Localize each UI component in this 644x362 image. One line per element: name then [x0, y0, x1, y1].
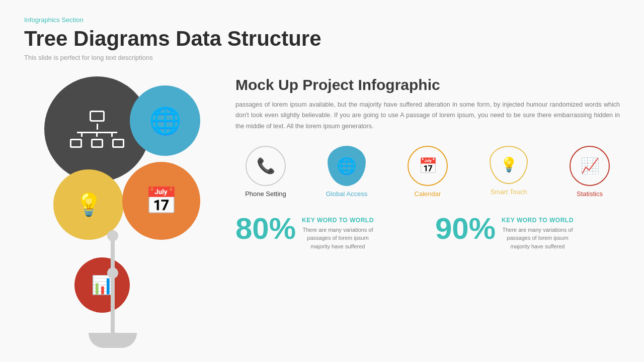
phone-label: Phone Setting	[245, 190, 286, 198]
icon-item-touch: 💡 Smart Touch	[478, 146, 539, 196]
stat-block-1: 80% KEY WORD TO WORLD There are many var…	[235, 214, 420, 251]
calendar-icon-circle: 📅	[408, 146, 448, 186]
globe-icon-row: 🌐	[337, 156, 357, 175]
icon-item-stats: 📈 Statistics	[559, 146, 620, 198]
calendar-icon-left: 📅	[145, 186, 178, 216]
tree-diagram: 🌐 💡 📅 📊	[24, 71, 215, 333]
description: passages of lorem ipsum available, but t…	[235, 100, 620, 132]
touch-icon-circle: 💡	[490, 146, 528, 184]
stats-label: Statistics	[577, 190, 603, 198]
org-horiz-line	[77, 132, 117, 133]
breadcrumb: Infographics Section	[24, 16, 620, 24]
org-vert-line	[97, 124, 98, 130]
globe-label: Global Access	[326, 190, 367, 198]
icon-item-phone: 📞 Phone Setting	[235, 146, 296, 198]
stat-block-2: 90% KEY WORD TO WORLD There are many var…	[435, 214, 620, 251]
icon-row: 📞 Phone Setting 🌐 Global Access 📅 Calend…	[235, 146, 620, 198]
icon-item-globe: 🌐 Global Access	[316, 146, 377, 198]
bulb-icon-row: 💡	[500, 156, 518, 173]
globe-drop-icon: 🌐	[328, 146, 366, 186]
stat-desc-2: There are many variations ofpassages of …	[502, 226, 574, 251]
globe-icon: 🌐	[149, 106, 182, 136]
stat-text-1: KEY WORD TO WORLD There are many variati…	[302, 214, 374, 251]
calendar-icon-row: 📅	[419, 157, 437, 174]
stat-percent-1: 80%	[235, 214, 296, 244]
tree-base	[89, 333, 137, 348]
content-area: 🌐 💡 📅 📊 Mock Up Project Infographic pass…	[0, 61, 644, 333]
circle-red: 📊	[74, 257, 130, 313]
phone-icon-circle: 📞	[246, 146, 286, 186]
icon-item-calendar: 📅 Calendar	[397, 146, 458, 198]
page-title: Tree Diagrams Data Structure	[24, 27, 620, 51]
calendar-label: Calendar	[415, 190, 441, 198]
circle-orange: 📅	[122, 162, 200, 240]
org-chart-icon	[70, 111, 124, 148]
junction-2	[107, 267, 118, 279]
circle-blue: 🌐	[130, 85, 200, 156]
section-title: Mock Up Project Infographic	[235, 76, 620, 94]
stat-keyword-1: KEY WORD TO WORLD	[302, 217, 374, 224]
stat-keyword-2: KEY WORD TO WORLD	[502, 217, 574, 224]
circle-yellow: 💡	[53, 169, 124, 240]
junction-1	[107, 230, 118, 241]
stat-text-2: KEY WORD TO WORLD There are many variati…	[502, 214, 574, 251]
header: Infographics Section Tree Diagrams Data …	[0, 0, 644, 61]
subtitle: This slide is perfect for long text desc…	[24, 54, 620, 61]
org-top-box	[90, 111, 105, 122]
stat-percent-2: 90%	[435, 214, 496, 244]
org-bottom-row	[70, 139, 124, 148]
stats-icon-circle: 📈	[570, 146, 610, 186]
touch-label: Smart Touch	[491, 188, 527, 196]
stats-row: 80% KEY WORD TO WORLD There are many var…	[235, 214, 620, 251]
right-panel: Mock Up Project Infographic passages of …	[235, 71, 620, 250]
bulb-icon: 💡	[75, 192, 103, 218]
phone-icon: 📞	[257, 157, 275, 174]
tree-stem	[111, 232, 115, 343]
stats-icon-row: 📈	[581, 157, 599, 174]
stat-desc-1: There are many variations ofpassages of …	[302, 226, 374, 251]
